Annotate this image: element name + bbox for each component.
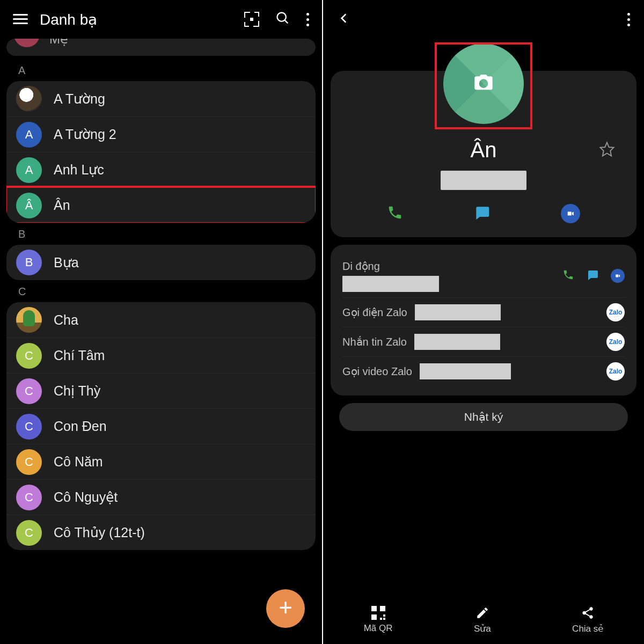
edit-button[interactable]: Sửa [474, 606, 491, 634]
detail-topbar [323, 0, 644, 39]
zalo-icon: Zalo [606, 303, 625, 321]
favorite-star-icon[interactable] [599, 141, 615, 159]
zalo-video-row[interactable]: Gọi video Zalo Zalo [342, 356, 625, 386]
avatar: Â [16, 193, 42, 218]
contact-avatar-wrap[interactable] [435, 42, 532, 129]
phone-row[interactable]: Di động [342, 254, 625, 297]
contact-hero-card: Ân [331, 71, 636, 237]
contact-name: Cha [54, 312, 78, 328]
qr-scan-icon[interactable] [244, 12, 259, 27]
avatar: C [16, 449, 42, 475]
call-icon[interactable] [387, 204, 403, 223]
journal-button[interactable]: Nhật ký [339, 403, 628, 431]
avatar: C [16, 485, 42, 510]
more-options-icon[interactable] [627, 13, 630, 26]
top-actions [244, 11, 309, 28]
contact-name: Cô Thủy (12t-t) [54, 525, 145, 540]
contact-name: Mẹ [49, 39, 68, 47]
avatar: A [16, 157, 42, 183]
add-contact-button[interactable]: + [266, 589, 305, 628]
quick-action-row [331, 204, 636, 223]
list-item[interactable]: Mẹ [6, 39, 316, 56]
list-item[interactable]: A Anh Lực [6, 152, 316, 187]
phone-type-label: Di động [342, 260, 439, 273]
contact-name: Bựa [54, 255, 79, 270]
avatar: C [16, 343, 42, 369]
zalo-call-label: Gọi điện Zalo [342, 306, 407, 319]
qr-label: Mã QR [364, 623, 393, 634]
contact-group: B Bựa [6, 245, 316, 280]
contact-name: Ân [54, 197, 70, 213]
message-icon[interactable] [586, 268, 599, 283]
contact-name: Chí Tâm [54, 348, 105, 363]
list-item-highlighted[interactable]: Â Ân [6, 187, 316, 223]
contacts-list-screen: Danh bạ Mẹ A A Tường A A Tường 2 [0, 0, 322, 644]
list-item[interactable]: A Tường [6, 81, 316, 116]
avatar: C [16, 378, 42, 404]
back-icon[interactable] [337, 11, 351, 27]
share-button[interactable]: Chia sẻ [572, 606, 603, 634]
call-icon[interactable] [562, 269, 574, 283]
contacts-list: Mẹ A A Tường A A Tường 2 A Anh Lực Â Ân [0, 39, 322, 614]
avatar: C [16, 414, 42, 440]
previous-section-peek: Mẹ [6, 39, 316, 56]
redacted-zalo [414, 334, 500, 350]
more-options-icon[interactable] [306, 13, 309, 26]
avatar: C [16, 520, 42, 546]
list-item[interactable]: A A Tường 2 [6, 116, 316, 152]
video-call-icon[interactable] [611, 269, 625, 283]
contact-name: A Tường [54, 91, 105, 107]
list-item[interactable]: C Con Đen [6, 408, 316, 444]
zalo-icon: Zalo [606, 333, 625, 351]
contact-info-card: Di động Gọi điện Zalo Zalo Nhắn tin Zalo… [331, 245, 636, 396]
redacted-zalo [415, 304, 501, 320]
list-item[interactable]: C Cô Thủy (12t-t) [6, 515, 316, 550]
avatar: A [16, 122, 42, 148]
zalo-video-label: Gọi video Zalo [342, 365, 412, 378]
contact-name: Chị Thỳ [54, 383, 100, 399]
section-header: C [6, 280, 316, 302]
contact-group: A Tường A A Tường 2 A Anh Lực Â Ân [6, 81, 316, 223]
svg-line-1 [285, 20, 288, 24]
list-item[interactable]: C Cô Nguyệt [6, 479, 316, 515]
contact-detail-screen: Ân Di động Gọi điện Zalo [322, 0, 644, 644]
bottom-action-bar: Mã QR Sửa Chia sẻ [323, 596, 644, 644]
annotation-highlight [435, 42, 532, 129]
qr-code-icon [371, 606, 385, 620]
list-item[interactable]: Cha [6, 302, 316, 338]
contact-group: Cha C Chí Tâm C Chị Thỳ C Con Đen C Cô N… [6, 302, 316, 550]
redacted-phone [441, 171, 526, 190]
redacted-zalo [420, 363, 511, 379]
svg-point-0 [277, 13, 286, 21]
contact-name: A Tường 2 [54, 127, 116, 142]
pencil-icon [475, 606, 489, 620]
zalo-message-label: Nhắn tin Zalo [342, 335, 407, 348]
zalo-icon: Zalo [606, 362, 625, 380]
video-call-icon[interactable] [561, 204, 580, 223]
contact-name: Cô Nguyệt [54, 489, 118, 505]
contact-display-name: Ân [471, 138, 497, 162]
menu-icon[interactable] [13, 14, 28, 25]
plus-icon: + [279, 596, 292, 619]
avatar [16, 307, 42, 333]
page-title: Danh bạ [40, 11, 232, 28]
share-label: Chia sẻ [572, 623, 603, 634]
message-icon[interactable] [473, 204, 491, 223]
contact-name: Con Đen [54, 419, 107, 434]
svg-marker-2 [601, 142, 614, 156]
redacted-phone [342, 276, 439, 292]
avatar [14, 39, 40, 47]
contact-name: Cô Năm [54, 454, 103, 470]
search-icon[interactable] [275, 11, 290, 28]
list-item[interactable]: C Chị Thỳ [6, 373, 316, 408]
qr-code-button[interactable]: Mã QR [364, 606, 393, 634]
zalo-call-row[interactable]: Gọi điện Zalo Zalo [342, 297, 625, 327]
list-item[interactable]: C Chí Tâm [6, 338, 316, 373]
list-item[interactable]: B Bựa [6, 245, 316, 280]
edit-label: Sửa [474, 623, 491, 634]
list-item[interactable]: C Cô Năm [6, 444, 316, 479]
zalo-message-row[interactable]: Nhắn tin Zalo Zalo [342, 327, 625, 356]
share-icon [581, 606, 595, 620]
section-header: B [6, 223, 316, 245]
avatar: B [16, 250, 42, 275]
